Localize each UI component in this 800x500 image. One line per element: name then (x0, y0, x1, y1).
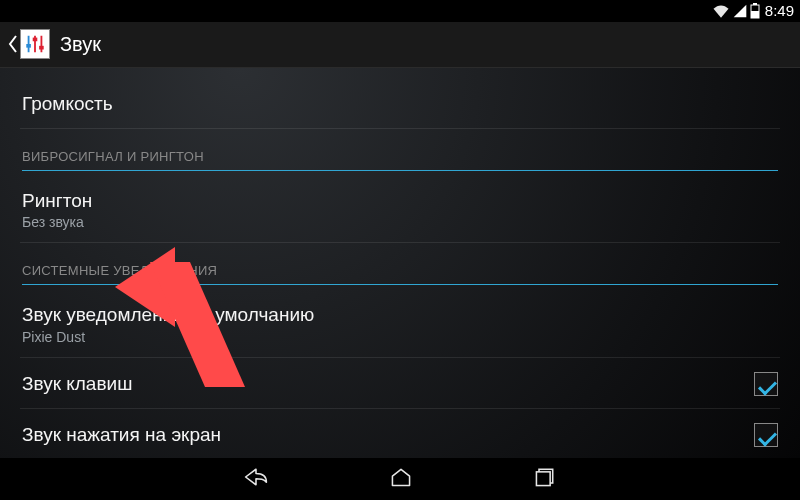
pref-touch-sound-label: Звук нажатия на экран (22, 423, 221, 447)
pref-volume-label: Громкость (22, 92, 778, 116)
pref-ringtone[interactable]: Рингтон Без звука (20, 175, 780, 244)
page-title: Звук (60, 33, 101, 56)
checkbox-checked-icon[interactable] (754, 372, 778, 396)
settings-content: Громкость ВИБРОСИГНАЛ И РИНГТОН Рингтон … (0, 68, 800, 458)
svg-rect-2 (751, 11, 759, 18)
category-divider (22, 284, 778, 285)
pref-touch-sound[interactable]: Звук нажатия на экран (20, 409, 780, 458)
battery-icon (750, 3, 760, 19)
signal-icon (733, 4, 747, 18)
category-label: ВИБРОСИГНАЛ И РИНГТОН (22, 149, 778, 164)
action-bar: Звук (0, 22, 800, 68)
wifi-icon (712, 4, 730, 18)
status-bar: 8:49 (0, 0, 800, 22)
svg-rect-8 (39, 46, 44, 50)
category-divider (22, 170, 778, 171)
nav-back-icon[interactable] (243, 466, 269, 492)
category-system: СИСТЕМНЫЕ УВЕДОМЛЕНИЯ (20, 243, 780, 289)
pref-notif-title: Звук уведомлений по умолчанию (22, 303, 778, 327)
pref-volume[interactable]: Громкость (20, 78, 780, 129)
back-icon[interactable] (6, 30, 20, 58)
clock-text: 8:49 (765, 2, 794, 19)
pref-ringtone-summary: Без звука (22, 214, 778, 230)
category-label: СИСТЕМНЫЕ УВЕДОМЛЕНИЯ (22, 263, 778, 278)
svg-rect-12 (536, 472, 550, 486)
pref-notif-summary: Pixie Dust (22, 329, 778, 345)
nav-home-icon[interactable] (389, 466, 413, 492)
svg-rect-4 (26, 44, 31, 48)
checkbox-checked-icon[interactable] (754, 423, 778, 447)
pref-notification-sound[interactable]: Звук уведомлений по умолчанию Pixie Dust (20, 289, 780, 358)
navigation-bar (0, 458, 800, 500)
svg-rect-6 (33, 38, 38, 42)
pref-key-sound[interactable]: Звук клавиш (20, 358, 780, 409)
nav-recents-icon[interactable] (533, 466, 557, 492)
app-icon-equalizer[interactable] (20, 29, 50, 59)
pref-key-sound-label: Звук клавиш (22, 372, 132, 396)
category-vibrate-ringtone: ВИБРОСИГНАЛ И РИНГТОН (20, 129, 780, 175)
pref-ringtone-title: Рингтон (22, 189, 778, 213)
